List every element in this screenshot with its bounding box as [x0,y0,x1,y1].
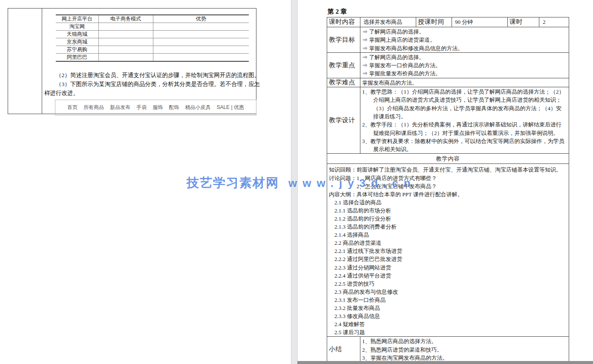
design-item: 2、教学手段：（1）先分析经典案例，再通过演示讲解基础知识，讲解结束后进行疑难提… [362,120,564,137]
design-item: 1、教学思路：（1）介绍网店商品的选择，让学员了解网店商品的选择方法；（2）介绍… [362,88,564,120]
objectives-label: 教学目标 [327,27,360,53]
outline-item: 2.1.1 选品前的市场分析 [334,206,564,215]
exercise-questions: （2）简述注册淘宝会员、开通支付宝认证的步骤，并绘制淘宝网开店的流程图。 （3）… [44,71,260,97]
objective-item: ⇒ 掌握网上商店的进货渠道。 [362,36,564,44]
platform-name-cell: 苏宁易购 [56,46,98,54]
content-outline: 2.1 选择合适的商品2.1.1 选品前的市场分析2.1.2 选品前的行业分析2… [329,198,564,337]
content-banner-row: 教学内容 [327,154,569,164]
empty-cell [153,23,249,31]
outline-item: 2.3 商品的发布与信息修改 [334,288,564,296]
shop-nav-item: 配饰 [169,104,179,111]
platform-name-cell: 阿里巴巴 [56,54,98,62]
objectives-cell: ⇒ 了解网店商品的选择。⇒ 掌握网上商店的进货渠道。⇒ 掌握发布商品和修改商品信… [360,27,569,53]
platform-table-row: 淘宝网 [56,23,249,31]
content-row: 知识回顾：前面讲解了注册淘宝会员、开通支付宝、开通淘宝店铺、淘宝店铺基本设置等知… [327,164,569,337]
outline-item: 2.3.2 批量发布商品 [334,304,564,312]
key-points-row: 教学重点 ⇒ 了解网店商品的选择。⇒ 掌握发布一口价商品的方法。⇒ 掌握批量发布… [327,52,569,78]
key-point-item: ⇒ 掌握发布一口价商品的方法。 [362,61,564,69]
lesson-name-value: 选择并发布商品 [360,17,416,27]
outline-item: 2.1.4 选择商品 [334,231,564,239]
design-item-text: 教学思路：（1）介绍网店商品的选择，让学员了解网店商品的选择方法；（2）介绍网上… [371,89,564,120]
outline-intro: 内容大纲：具体可结合本章的 PPT 课件进行配合讲解。 [329,190,564,198]
empty-cell [153,38,249,46]
outline-item: 2.2 商品的进货渠道 [334,239,564,247]
outline-item: 2.1.3 选品前的消费者分析 [334,223,564,231]
platform-name-cell: 淘宝网 [56,23,98,31]
shop-nav-item: 首页 [67,104,78,111]
discussion-question-2: 2、怎么在淘宝店铺中发布商品？ [357,182,564,190]
chapter-title: 第 2 章 [328,8,347,16]
shop-nav-item: 服饰 [153,104,163,111]
key-point-item: ⇒ 掌握批量发布价商品的方法。 [362,69,564,77]
empty-cell [153,46,249,54]
platform-table-header-cell: 电子商务模式 [98,15,153,23]
shop-nav-item: 所有商品 [83,104,104,111]
class-hours-label: 课时 [508,17,539,27]
objective-item: ⇒ 了解网店商品的选择。 [362,28,564,36]
design-item-text: 教学资料及要求：除教材中的实例外，可以结合淘宝等网店的实际操作，为学员展示相关知… [371,138,564,152]
difficulty-label: 教学难点 [327,78,360,87]
design-item-number: 2、 [362,121,371,128]
design-item-text: 教学手段：（1）先分析经典案例，再通过演示讲解基础知识，讲解结束后进行疑难提问和… [371,121,562,136]
platform-table-header-cell: 网上开店平台 [56,15,98,23]
platform-table-header-row: 网上开店平台电子商务模式优势 [56,15,249,23]
shop-category-nav: 首页所有商品新品发布手袋服饰配饰精品小皮具SALE | 优惠 [55,100,256,115]
shop-nav-item: 新品发布 [110,104,130,111]
lesson-table-fragment: 网上开店平台电子商务模式优势 淘宝网 天猫商城 京东商城 苏宁易购 [8,8,256,114]
shop-nav-item: SALE | 优惠 [216,104,244,111]
lesson-content-label: 课时内容 [327,17,360,27]
objective-item: ⇒ 掌握发布商品和修改商品信息的方法。 [362,44,564,52]
content-banner: 教学内容 [327,154,569,164]
question-2: （2）简述注册淘宝会员、开通支付宝认证的步骤，并绘制淘宝网开店的流程图。 [44,71,260,80]
content-cell: 知识回顾：前面讲解了注册淘宝会员、开通支付宝、开通淘宝店铺、淘宝店铺基本设置等知… [327,164,569,337]
difficulty-row: 教学难点 掌握发布商品的方法。 [327,78,569,87]
outline-item: 2.1 选择合适的商品 [334,198,564,206]
outline-item: 2.2.2 通过阿里巴巴批发进货 [334,255,564,263]
empty-cell [98,31,153,38]
lesson-plan-table: 课时内容 选择并发布商品 授课时间 90 分钟 课时 2 教学目标 ⇒ 了解网店… [327,17,569,362]
design-cell: 1、教学思路：（1）介绍网店商品的选择，让学员了解网店商品的选择方法；（2）介绍… [360,87,569,154]
design-row: 教学设计 1、教学思路：（1）介绍网店商品的选择，让学员了解网店商品的选择方法；… [327,87,569,154]
platform-table-row: 天猫商城 [56,31,249,38]
platform-table-row: 苏宁易购 [56,46,249,54]
empty-cell [98,54,153,62]
platform-name-cell: 京东商城 [56,38,98,46]
empty-cell [98,23,153,31]
design-item-number: 1、 [362,89,371,95]
summary-item: 1、熟悉网店商品的选择方法。 [362,337,564,345]
outline-item: 2.1.2 选品前的行业分析 [334,215,564,223]
page-bottom-shadow [297,361,593,364]
teaching-time-value: 90 分钟 [452,17,508,27]
design-label: 教学设计 [327,87,360,154]
empty-cell [153,54,249,62]
objectives-row: 教学目标 ⇒ 了解网店商品的选择。⇒ 掌握网上商店的进货渠道。⇒ 掌握发布商品和… [327,27,569,53]
document-page-right: 第 2 章 课时内容 选择并发布商品 授课时间 90 分钟 课时 2 教学目标 … [297,0,593,361]
outline-item: 2.2.3 通过分销网站进货 [334,264,564,272]
outline-item: 2.2.4 通过供销平台进货 [334,272,564,280]
teaching-time-label: 授课时间 [416,17,452,27]
platform-table: 网上开店平台电子商务模式优势 淘宝网 天猫商城 京东商城 苏宁易购 [56,14,249,62]
summary-item: 2、熟悉网店进货的渠道和技巧。 [362,346,564,354]
summary-row: 小结 1、熟悉网店商品的选择方法。2、熟悉网店进货的渠道和技巧。3、掌握在淘宝网… [327,337,569,362]
empty-cell [98,38,153,46]
outline-item: 2.2.5 进货的技巧 [334,280,564,288]
platform-table-header-cell: 优势 [153,15,249,23]
outline-item: 2.5 课后习题 [334,328,564,336]
key-points-label: 教学重点 [327,52,360,78]
platform-name-cell: 天猫商城 [56,31,98,38]
discussion-question-1: 讨论问题：1、网店商店的进货方式有哪些？ [329,174,564,182]
lesson-info-row: 课时内容 选择并发布商品 授课时间 90 分钟 课时 2 [327,17,569,27]
knowledge-review: 知识回顾：前面讲解了注册淘宝会员、开通支付宝、开通淘宝店铺、淘宝店铺基本设置等知… [329,166,564,174]
difficulty-cell: 掌握发布商品的方法。 [360,78,569,87]
question-3: （3）下图所示为某淘宝店铺的商品分类，分析其分类是否合理。若不合理，应怎样进行改… [44,80,260,97]
document-page-left: 网上开店平台电子商务模式优势 淘宝网 天猫商城 京东商城 苏宁易购 [0,0,291,364]
key-points-cell: ⇒ 了解网店商品的选择。⇒ 掌握发布一口价商品的方法。⇒ 掌握批量发布价商品的方… [360,52,569,78]
empty-cell [153,31,249,38]
shop-nav-item: 精品小皮具 [185,104,210,111]
table-column-divider [42,9,42,114]
design-item: 3、教学资料及要求：除教材中的实例外，可以结合淘宝等网店的实际操作，为学员展示相… [362,137,564,154]
key-point-item: ⇒ 了解网店商品的选择。 [362,53,564,61]
empty-cell [98,46,153,54]
class-hours-value: 2 [539,17,569,27]
outline-item: 2.3.3 修改商品信息 [334,312,564,320]
